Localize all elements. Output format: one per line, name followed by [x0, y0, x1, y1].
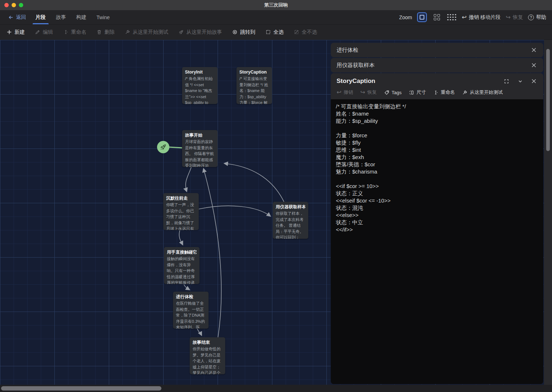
passage-title: 沉默往前走 [166, 195, 196, 201]
navbar: 返回 片段 故事 构建 Twine Zoom ↩ 撤销 移动片段 ↪ 恢复 [0, 10, 552, 25]
tag-icon [384, 90, 390, 95]
passage-node-touch-it[interactable]: 用手直接触碰它 接触的瞬间没有爆炸，没有异响。只有一种奇怪的温暖透过厚厚的宇航服… [164, 247, 199, 284]
close-icon[interactable] [530, 46, 537, 54]
editor-rename-button[interactable]: 重命名 [433, 89, 455, 96]
rename-passage-button[interactable]: 重命名 [63, 29, 86, 36]
rename-icon [433, 90, 438, 95]
window-title: 第三次回响 [264, 2, 288, 8]
passage-title: StoryCaption [239, 69, 269, 75]
passage-node-storycaption[interactable]: StoryCaption /* 可直接输出变量到侧边栏 */ 姓名：$name … [236, 67, 272, 104]
passage-node-walk-silently[interactable]: 沉默往前走 你嗯了一声，没多说什么。你已习惯了这种沉默，就像习惯了月球上永远只有 [163, 193, 199, 230]
wrench-icon [462, 90, 467, 95]
new-passage-button[interactable]: 新建 [7, 29, 25, 36]
edge-checkup-to-end [197, 329, 202, 335]
story-map-canvas[interactable]: StoryInit /* 角色属性初始值 */ <<set $name to "… [0, 40, 552, 385]
passage-excerpt: 在医疗舱做了全面检查。一切正常，除了DNA测序显示有0.3%的未知序列。医 [176, 300, 206, 329]
editor-test-from-here-button[interactable]: 从这里开始测试 [462, 89, 503, 96]
passage-excerpt: 你嗯了一声，没多说什么。你已习惯了这种沉默，就像习惯了月球上永远只有 [166, 202, 196, 230]
delete-passage-button[interactable]: 删除 [96, 29, 115, 36]
close-icon[interactable] [530, 62, 537, 69]
editor-undo-button[interactable]: ↩ 撤销 [337, 89, 353, 96]
edge-silent-to-touch [179, 230, 183, 245]
zoom-level-3-button[interactable] [447, 12, 457, 22]
passage-node-checkup[interactable]: 进行体检 在医疗舱做了全面检查。一切正常，除了DNA测序显示有0.3%的未知序列… [173, 292, 209, 329]
app-window: 第三次回响 返回 片段 故事 构建 Twine Zoom ↩ 撤销 移动片段 [0, 0, 552, 392]
editor-size-button[interactable]: 尺寸 [409, 89, 426, 96]
start-connector [169, 147, 182, 148]
editor-tags-button[interactable]: Tags [384, 90, 401, 95]
dialog-title: 用仪器获取样本 [337, 62, 530, 69]
passage-title: 故事开始 [185, 132, 215, 138]
arrow-left-icon [8, 14, 14, 20]
tab-build[interactable]: 构建 [71, 10, 91, 24]
passage-node-story-end[interactable]: 故事结束 你开始做奇怪的梦。梦见自己是个老人，站在废墟上仰望星空；梦见自己还是个 [190, 337, 225, 374]
edit-passage-button[interactable]: 编辑 [35, 29, 53, 36]
redo-button[interactable]: ↪ 恢复 [506, 14, 523, 21]
passage-excerpt: 你开始做奇怪的梦。梦见自己是个老人，站在废墟上仰望星空；梦见自己还是个 [193, 346, 222, 374]
deselect-all-button[interactable]: 全不选 [294, 29, 317, 36]
zoom-window-button[interactable] [19, 3, 23, 7]
test-from-here-button[interactable]: 从这里开始测试 [125, 29, 168, 36]
tab-story[interactable]: 故事 [51, 10, 71, 24]
passage-node-storyinit[interactable]: StoryInit /* 角色属性初始值 */ <<set $name to "… [182, 67, 218, 104]
passage-node-story-start[interactable]: 故事开始 月球背面的寂静是种有重量的东西。 你隔着宇航服的面罩都能感受到那种压迫 [182, 130, 218, 167]
collapsed-dialog-checkup[interactable]: 进行体检 [331, 43, 543, 57]
maximize-icon[interactable] [503, 78, 510, 85]
zoom-dots-icon [447, 14, 456, 21]
back-button[interactable]: 返回 [4, 10, 30, 24]
passage-excerpt: 月球背面的寂静是种有重量的东西。 你隔着宇航服的面罩都能感受到那种压迫 [185, 139, 215, 167]
close-icon[interactable] [530, 78, 537, 85]
edge-touch-to-checkup [184, 284, 190, 290]
close-window-button[interactable] [4, 3, 9, 7]
editor-toolbar: ↩ 撤销 ↪ 恢复 Tags 尺寸 [331, 86, 543, 99]
zoom-label: Zoom [399, 14, 412, 20]
passage-node-take-sample[interactable]: 用仪器获取样本 你获取了样本，完成了本次科考任务。 普通结局：平平无奇。你可以回… [273, 202, 308, 239]
passage-editor-dialog: StoryCaption ↩ [331, 73, 543, 384]
target-icon [232, 29, 238, 35]
zoom-4-icon [434, 14, 440, 20]
help-icon: ? [528, 14, 534, 20]
passage-excerpt: /* 角色属性初始值 */ <<set $name to "梅杰兰">> <<s… [185, 76, 215, 104]
zoom-1-icon [420, 15, 424, 20]
rocket-icon [178, 29, 184, 35]
passage-excerpt: 你获取了样本，完成了本次科考任务。 普通结局：平平无奇。你可以回到： [276, 210, 305, 239]
rocket-icon [159, 143, 167, 151]
trash-icon [96, 29, 102, 35]
passage-title: 进行体检 [176, 294, 206, 300]
rename-icon [63, 29, 69, 35]
wrench-icon [125, 29, 130, 35]
minimize-window-button[interactable] [12, 3, 16, 7]
start-story-here-button[interactable]: 从这里开始故事 [178, 29, 222, 36]
editor-header: StoryCaption [331, 73, 543, 86]
passage-excerpt: /* 可直接输出变量到侧边栏 */ 姓名：$name 能力：$sp_abilit… [239, 76, 269, 104]
tab-passages[interactable]: 片段 [30, 10, 51, 24]
redo-icon: ↪ [360, 89, 365, 95]
dialog-panel: 进行体检 用仪器获取样本 StoryCaption [331, 43, 543, 384]
help-button[interactable]: ? 帮助 [528, 14, 546, 21]
edge-start-to-silent [186, 167, 191, 192]
size-icon [409, 90, 414, 95]
vertical-scrollbar-track[interactable] [544, 40, 552, 385]
passage-excerpt: 接触的瞬间没有爆炸，没有异响。只有一种奇怪的温暖透过厚厚的宇航服传递 [167, 256, 197, 284]
select-all-button[interactable]: 全选 [265, 29, 284, 36]
tab-twine[interactable]: Twine [91, 10, 115, 24]
passage-title: 用手直接触碰它 [167, 249, 197, 255]
horizontal-scrollbar-thumb[interactable] [1, 386, 161, 391]
select-all-icon [265, 29, 271, 35]
passage-text-editor[interactable]: /* 可直接输出变量到侧边栏 */ 姓名：$name 能力：$sp_abilit… [331, 99, 543, 384]
vertical-scrollbar-thumb[interactable] [546, 49, 550, 151]
undo-icon: ↩ [462, 14, 466, 20]
horizontal-scrollbar-track[interactable] [0, 385, 552, 392]
story-start-marker[interactable] [157, 141, 169, 153]
edge-silent-to-sample [199, 206, 271, 216]
go-to-button[interactable]: 跳转到 [232, 29, 255, 36]
undo-button[interactable]: ↩ 撤销 移动片段 [462, 14, 500, 21]
editor-redo-button[interactable]: ↪ 恢复 [360, 89, 376, 96]
pencil-icon [35, 29, 40, 35]
zoom-level-2-button[interactable] [432, 12, 442, 22]
zoom-level-1-button[interactable] [417, 12, 427, 22]
collapsed-dialog-take-sample[interactable]: 用仪器获取样本 [331, 58, 543, 72]
chevron-down-icon[interactable] [516, 78, 524, 85]
passage-title: 用仪器获取样本 [276, 204, 305, 210]
back-label: 返回 [16, 14, 26, 21]
